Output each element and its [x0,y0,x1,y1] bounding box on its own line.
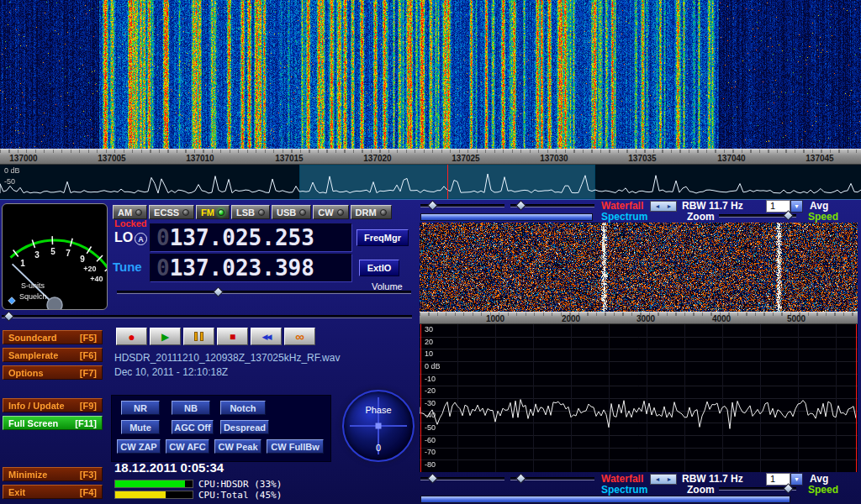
stop-button[interactable]: ■ [217,328,248,345]
extio-button[interactable]: ExtIO [359,260,399,276]
agc-button[interactable]: AGC Off [172,420,214,434]
main-waterfall-display[interactable] [0,0,861,149]
button-label: Minimize [8,470,47,480]
record-button[interactable]: ● [116,328,147,345]
smeter-plus40: +40 [90,275,103,283]
db-scale-label: -30 [425,399,436,407]
ruler-tick: 137030 [540,154,568,163]
play-button[interactable]: ▶ [150,328,181,345]
ruler-tick: 137045 [806,154,833,163]
mode-button-fm[interactable]: FM [196,205,230,219]
tune-frequency-display[interactable]: 0137.023.398 [150,254,352,282]
ruler-tick: 137005 [98,154,125,163]
squelch-slider-handle[interactable] [3,311,14,322]
waterfall-upper-handle[interactable] [427,200,438,211]
waterfall-lower-handle[interactable] [515,473,526,484]
mode-led-icon [380,209,387,216]
chevron-down-icon[interactable]: ▼ [790,473,803,486]
avg-dropdown[interactable]: 1 ▼ [766,473,803,486]
ruler-tick: 137025 [452,154,479,163]
cpu-total-bar [114,491,193,499]
volume-slider[interactable] [117,291,411,294]
mode-button-ecss[interactable]: ECSS [149,205,194,219]
chevron-down-icon[interactable]: ▼ [790,200,803,213]
pause-icon [194,332,203,341]
mode-button-lsb[interactable]: LSB [231,205,270,219]
main-spectrum-canvas[interactable] [0,165,861,199]
cw-zap-button[interactable]: CW ZAP [117,439,161,454]
right-arrow-icon[interactable]: ► [667,476,673,482]
rx-spectrum-display[interactable]: 30 20 10 0 dB -10 -20 -30 -40 -50 -60 -7… [420,324,858,472]
waterfall-label[interactable]: Waterfall [601,473,643,485]
cpu-hdsdr-bar [114,480,193,488]
squelch-marker[interactable] [8,297,15,304]
hdsdr-window: 137000 137005 137010 137015 137020 13702… [0,0,861,504]
mode-button-usb[interactable]: USB [272,205,311,219]
avg-dropdown[interactable]: 1 ▼ [766,200,803,213]
despread-button[interactable]: Despread [220,420,269,434]
lo-lock-button[interactable]: A [135,233,147,245]
shift-arrows[interactable]: ◄ ► [650,474,677,485]
spectrum-label[interactable]: Spectrum [601,211,647,223]
mode-label: DRM [356,207,377,218]
zoom-span-bar[interactable] [420,496,790,503]
zoom-slider[interactable] [719,214,796,218]
samplerate-button[interactable]: Samplerate[F6] [3,348,103,362]
button-label: Exit [8,487,25,497]
rx-spectrum-canvas[interactable] [420,324,858,472]
cw-peak-button[interactable]: CW Peak [214,439,261,454]
mode-button-am[interactable]: AM [113,205,147,219]
freqmgr-button[interactable]: FreqMgr [357,229,409,246]
info-update-button[interactable]: Info / Update[F9] [3,398,103,412]
loop-button[interactable]: ∞ [284,328,315,345]
smeter-units-label: S-units [21,281,45,290]
ruler-tick: 2000 [562,314,580,323]
button-hotkey: [F5] [80,333,97,343]
main-frequency-ruler[interactable]: 137000 137005 137010 137015 137020 13702… [0,149,861,165]
options-button[interactable]: Options[F7] [3,365,103,380]
waterfall-label[interactable]: Waterfall [601,200,643,212]
svg-text:3: 3 [34,250,40,260]
mute-button[interactable]: Mute [121,420,160,434]
rewind-button[interactable]: ◀◀ [251,328,282,345]
cw-fullbw-button[interactable]: CW FullBw [267,439,324,454]
pause-button[interactable] [183,328,214,345]
rx-frequency-ruler[interactable]: 1000 2000 3000 4000 5000 [420,312,858,324]
recording-datestamp: Dec 10, 2011 - 12:10:18Z [114,366,228,378]
rx-waterfall-display[interactable] [420,223,858,312]
shift-arrows[interactable]: ◄ ► [650,201,677,212]
waterfall-upper-slider[interactable] [420,204,504,207]
waterfall-lower-handle[interactable] [515,200,526,211]
tune-label: Tune [113,260,142,274]
fullscreen-button[interactable]: Full Screen[F11] [3,416,103,430]
cw-afc-button[interactable]: CW AFC [166,439,209,454]
squelch-slider[interactable] [2,315,412,318]
spectrum-label[interactable]: Spectrum [601,484,647,496]
phase-center-dot [376,423,382,429]
button-hotkey: [F6] [80,350,97,360]
waterfall-lower-slider[interactable] [510,477,594,480]
button-hotkey: [F7] [80,368,97,378]
left-arrow-icon[interactable]: ◄ [655,476,661,482]
notch-button[interactable]: Notch [220,401,266,415]
nr-button[interactable]: NR [121,401,160,415]
zoom-span-bar[interactable] [420,213,593,221]
waterfall-upper-slider[interactable] [420,477,504,480]
ruler-tick: 3000 [637,314,655,323]
minimize-button[interactable]: Minimize[F3] [3,467,103,481]
exit-button[interactable]: Exit[F4] [3,485,103,499]
right-arrow-icon[interactable]: ► [667,203,673,209]
left-arrow-icon[interactable]: ◄ [655,203,661,209]
soundcard-button[interactable]: Soundcard[F5] [3,330,103,344]
mode-button-drm[interactable]: DRM [351,205,392,219]
main-spectrum-display[interactable]: 0 dB -50 [0,165,861,199]
zoom-slider[interactable] [719,487,796,491]
volume-slider-handle[interactable] [213,286,224,297]
mode-label: CW [318,207,333,218]
waterfall-upper-handle[interactable] [427,473,438,484]
mode-button-cw[interactable]: CW [313,205,348,219]
nb-button[interactable]: NB [172,401,210,415]
waterfall-lower-slider[interactable] [510,204,594,207]
mode-led-icon [218,209,224,216]
lo-frequency-display[interactable]: 0137.025.253 [150,223,352,252]
